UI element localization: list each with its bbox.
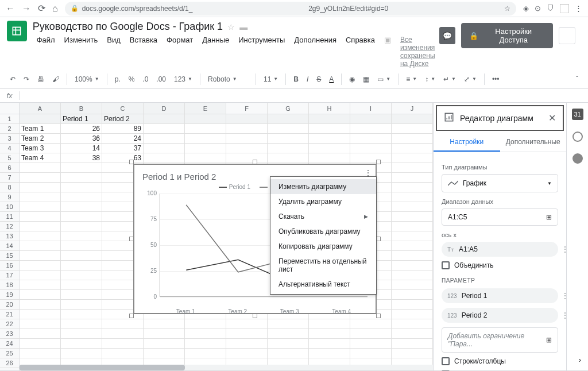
keep-icon[interactable]	[572, 132, 583, 142]
row-header[interactable]: 19	[0, 290, 20, 300]
halign-icon[interactable]: ≡▼	[403, 74, 420, 85]
cell[interactable]: Team 1	[20, 124, 61, 134]
cell[interactable]	[20, 339, 61, 349]
cell[interactable]: 24	[102, 134, 144, 144]
cell[interactable]	[61, 280, 102, 290]
cell[interactable]	[392, 183, 433, 192]
cell[interactable]	[61, 329, 102, 339]
cell[interactable]	[61, 251, 102, 261]
cell[interactable]	[20, 222, 61, 231]
cell[interactable]	[226, 134, 268, 144]
cell[interactable]	[350, 319, 392, 329]
ctx-item[interactable]: Копировать диаграмму	[270, 239, 376, 254]
cell[interactable]	[61, 212, 102, 222]
cell[interactable]	[309, 153, 350, 163]
cell[interactable]	[350, 339, 392, 349]
row-header[interactable]: 8	[0, 183, 20, 192]
cell[interactable]	[350, 153, 392, 163]
cell[interactable]	[61, 319, 102, 329]
cell[interactable]	[20, 310, 61, 319]
cell[interactable]	[226, 114, 268, 124]
address-bar[interactable]: 🔒 docs.google.com/spreadsheets/d/1_ 2g9_…	[65, 2, 516, 16]
cell[interactable]	[185, 124, 226, 134]
sheets-logo-icon[interactable]	[7, 21, 27, 41]
cell[interactable]	[268, 319, 309, 329]
cell[interactable]	[144, 144, 185, 153]
col-header[interactable]: J	[392, 103, 433, 114]
share-button[interactable]: 🔒 Настройки Доступа	[461, 23, 553, 48]
cell[interactable]	[144, 114, 185, 124]
menu-insert[interactable]: Вставка	[126, 34, 161, 69]
cell[interactable]	[350, 114, 392, 124]
fill-color-icon[interactable]: ◉	[346, 73, 358, 86]
tasks-icon[interactable]	[572, 153, 583, 164]
currency-btn[interactable]: р.	[112, 73, 123, 86]
row-header[interactable]: 17	[0, 270, 20, 280]
ctx-item[interactable]: Переместить на отдельный лист	[270, 254, 376, 277]
cell[interactable]	[392, 290, 433, 300]
cell[interactable]	[20, 173, 61, 183]
menu-data[interactable]: Данные	[198, 34, 233, 69]
cell[interactable]	[20, 202, 61, 212]
cell[interactable]	[20, 163, 61, 173]
percent-btn[interactable]: %	[126, 73, 138, 86]
cell[interactable]	[61, 222, 102, 231]
menu-edit[interactable]: Изменить	[60, 34, 102, 69]
col-header[interactable]: E	[185, 103, 226, 114]
cell[interactable]: 38	[61, 153, 102, 163]
account-avatar[interactable]	[559, 27, 575, 44]
browser-menu-icon[interactable]: ⋮	[575, 4, 582, 13]
doc-title[interactable]: Руководство по Google Docs - График 1	[33, 21, 223, 33]
collapse-panel-icon[interactable]: ˇ	[573, 73, 581, 86]
cell[interactable]	[20, 251, 61, 261]
spreadsheet-area[interactable]: ABCDEFGHIJ 1Period 1Period 22Team 126893…	[0, 103, 433, 370]
ext-icon-1[interactable]: ◈	[523, 4, 529, 13]
cell[interactable]	[350, 124, 392, 134]
data-range-input[interactable]: A1:C5 ⊞	[442, 208, 558, 226]
select-all-corner[interactable]	[0, 103, 20, 114]
cell[interactable]	[309, 329, 350, 339]
cell[interactable]	[268, 349, 309, 358]
row-header[interactable]: 7	[0, 173, 20, 183]
cell[interactable]	[392, 192, 433, 202]
cell[interactable]	[309, 339, 350, 349]
cell[interactable]	[20, 183, 61, 192]
row-header[interactable]: 26	[0, 358, 20, 368]
row-header[interactable]: 23	[0, 329, 20, 339]
cell[interactable]	[20, 231, 61, 241]
menu-tools[interactable]: Инструменты	[234, 34, 289, 69]
cell[interactable]	[61, 183, 102, 192]
col-header[interactable]: I	[350, 103, 392, 114]
cell[interactable]	[392, 134, 433, 144]
col-header[interactable]: D	[144, 103, 185, 114]
cell[interactable]	[20, 300, 61, 310]
cell[interactable]	[268, 329, 309, 339]
row-header[interactable]: 25	[0, 349, 20, 358]
cell[interactable]: 26	[61, 124, 102, 134]
cell[interactable]	[309, 134, 350, 144]
chip-menu-icon[interactable]: ⋮	[562, 245, 566, 253]
cell[interactable]	[20, 241, 61, 251]
borders-icon[interactable]: ▦	[360, 73, 372, 86]
cell[interactable]	[226, 124, 268, 134]
series-1-chip[interactable]: 123 Period 1 ⋮	[442, 288, 558, 303]
strike-icon[interactable]: S	[314, 73, 324, 86]
cell[interactable]	[144, 134, 185, 144]
row-header[interactable]: 5	[0, 153, 20, 163]
menu-addons[interactable]: Дополнения	[290, 34, 341, 69]
undo-icon[interactable]: ↶	[7, 73, 18, 86]
cell[interactable]	[61, 163, 102, 173]
italic-icon[interactable]: I	[304, 73, 311, 86]
cell[interactable]: Period 1	[61, 114, 102, 124]
reload-icon[interactable]: ⟳	[38, 3, 45, 14]
cell[interactable]	[268, 134, 309, 144]
merge-icon[interactable]: ▭▼	[374, 74, 393, 85]
text-color-icon[interactable]: A	[326, 73, 336, 86]
profile-icon[interactable]	[560, 4, 569, 13]
rotate-icon[interactable]: ⤢▼	[461, 74, 479, 85]
cell[interactable]	[268, 339, 309, 349]
cell[interactable]	[392, 212, 433, 222]
forward-icon[interactable]: →	[22, 3, 31, 14]
font-select[interactable]: Roboto▼	[205, 74, 251, 85]
cell[interactable]	[268, 153, 309, 163]
